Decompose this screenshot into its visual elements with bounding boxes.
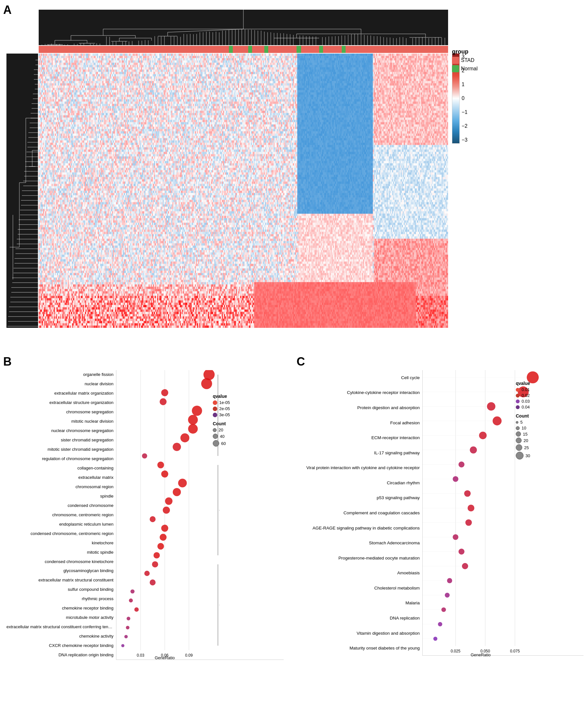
normal-mark-3 <box>264 46 268 53</box>
panel-b-cnt-label-2: 40 <box>220 434 224 439</box>
panel-c-qv-label-3: 0.03 <box>522 399 530 404</box>
legend-color-stad <box>452 57 459 64</box>
panel-c-qv-label-4: 0.04 <box>522 405 530 409</box>
panel-c-term-label: Stomach Adenocarcinoma <box>300 536 420 550</box>
legend-item-normal: Normal <box>452 65 478 72</box>
panel-c-term-label: Cell cycle <box>300 370 420 385</box>
heatmap-body <box>39 54 448 328</box>
panel-c-cnt-dot-4 <box>516 438 522 443</box>
svg-point-245 <box>173 488 181 496</box>
panel-c-term-label: Cholesterol metabolism <box>300 581 420 595</box>
svg-point-290 <box>465 519 472 526</box>
svg-point-244 <box>178 479 187 487</box>
panel-b-term-label: nuclear division <box>6 380 113 388</box>
panel-c-qv-4: 0.04 <box>516 405 580 409</box>
svg-point-239 <box>181 433 190 442</box>
scale-label-1: 1 <box>462 82 467 87</box>
normal-mark-5 <box>319 46 323 53</box>
svg-point-253 <box>152 561 158 567</box>
group-bar <box>39 46 448 53</box>
svg-point-247 <box>163 507 170 514</box>
panel-c-cnt-5: 25 <box>516 444 580 451</box>
panel-b-qv-1: 1e-05 <box>213 400 277 405</box>
panel-c-term-label: Complement and coagulation cascades <box>300 506 420 520</box>
panel-c-term-label: Circadian rhythm <box>300 476 420 490</box>
svg-point-280 <box>470 447 477 454</box>
panel-b-term-label: glycosaminoglycan binding <box>6 566 113 575</box>
svg-text:cc: cc <box>219 508 219 512</box>
panel-b-term-label: extracellular structure organization <box>6 398 113 407</box>
top-dendrogram-svg <box>39 10 448 45</box>
panel-b-term-label: mitotic sister chromatid segregation <box>6 445 113 454</box>
panel-b-term-label: spindle <box>6 492 113 501</box>
panel-b-qv-3: 3e-05 <box>213 412 277 417</box>
panel-c-cnt-dot-3 <box>516 431 521 437</box>
panel-c-qv-2: 0.02 <box>516 393 580 398</box>
panel-b-dot-2 <box>213 407 217 411</box>
panel-c-dot-qv4 <box>516 405 520 409</box>
panel-b-qv-label-3: 3e-05 <box>219 412 230 417</box>
legend-color-normal <box>452 65 459 72</box>
normal-mark-1 <box>229 46 233 53</box>
svg-text:0.075: 0.075 <box>510 649 520 653</box>
panel-b-term-label: mitotic spindle <box>6 548 113 557</box>
panel-c-term-label: p53 signaling pathway <box>300 490 420 505</box>
panel-c-qvalue-title: qvalue <box>516 381 580 386</box>
svg-text:GeneRatio: GeneRatio <box>155 656 175 660</box>
normal-mark-2 <box>248 46 252 53</box>
panel-c-dot-qv2 <box>516 394 520 398</box>
svg-point-258 <box>134 607 139 612</box>
panel-b-term-label: rhythmic process <box>6 594 113 603</box>
scale-label-n1: −1 <box>462 109 467 115</box>
panel-c-qv-3: 0.03 <box>516 399 580 404</box>
panel-c-cnt-label-6: 30 <box>525 453 530 458</box>
left-dendrogram-svg <box>6 54 38 328</box>
svg-point-284 <box>453 476 458 482</box>
panel-b-dot-3 <box>213 413 217 417</box>
panel-c-cnt-label-5: 25 <box>524 445 529 450</box>
normal-mark-6 <box>342 46 345 53</box>
panel-b-cnt-3: 60 <box>213 440 277 447</box>
panel-b-cnt-dot-2 <box>213 433 218 439</box>
svg-point-236 <box>192 406 202 416</box>
panel-c-term-label: Viral protein interaction with cytokine … <box>300 461 420 475</box>
panel-b-term-label: mitotic nuclear division <box>6 417 113 426</box>
panel-b-cnt-dot-1 <box>213 428 217 432</box>
panel-b-term-label: chromosome, centromeric region <box>6 510 113 520</box>
panel-c-term-label: DNA replication <box>300 611 420 625</box>
panel-c-term-label: ECM-receptor interaction <box>300 430 420 445</box>
svg-point-260 <box>126 626 129 629</box>
panel-b-qv-2: 2e-05 <box>213 406 277 411</box>
panel-b-term-label: collagen-containing <box>6 464 113 473</box>
panel-b-dot-1 <box>213 400 217 405</box>
svg-point-306 <box>433 637 438 641</box>
svg-point-304 <box>438 622 442 626</box>
svg-point-240 <box>173 443 181 451</box>
panel-b-term-label: chromosome segregation <box>6 407 113 417</box>
panel-c-legend: qvalue 0.01 0.02 0.03 0.04 Count 5 10 15 <box>516 381 580 460</box>
group-legend: group STAD Normal <box>452 48 478 72</box>
panel-c-cnt-dot-2 <box>516 426 520 430</box>
panel-c-term-label: Cytokine-cytokine receptor interaction <box>300 385 420 400</box>
panel-c-cnt-label-4: 20 <box>524 438 528 443</box>
svg-point-302 <box>441 607 446 612</box>
svg-text:0.03: 0.03 <box>137 653 144 658</box>
panel-b-term-label: chromosomal region <box>6 482 113 491</box>
panel-b-qv-label-1: 1e-05 <box>219 400 230 405</box>
svg-point-282 <box>458 461 464 467</box>
panel-c-qv-label-1: 0.01 <box>522 387 530 392</box>
panel-c-qv-label-2: 0.02 <box>522 393 530 398</box>
svg-point-243 <box>161 470 168 478</box>
svg-text:mf: mf <box>219 603 219 607</box>
svg-point-255 <box>150 580 155 585</box>
left-dendrogram <box>6 54 38 328</box>
panel-c-cnt-dot-1 <box>516 421 518 424</box>
panel-b-term-label: nuclear chromosome segregation <box>6 426 113 435</box>
svg-point-298 <box>447 578 452 583</box>
panel-c-cnt-label-1: 5 <box>520 420 523 425</box>
svg-point-238 <box>188 424 198 433</box>
panel-b-term-label: regulation of chromosome segregation <box>6 454 113 463</box>
svg-point-250 <box>160 534 166 541</box>
panel-b-label: B <box>3 355 284 368</box>
svg-text:0.025: 0.025 <box>451 649 460 653</box>
